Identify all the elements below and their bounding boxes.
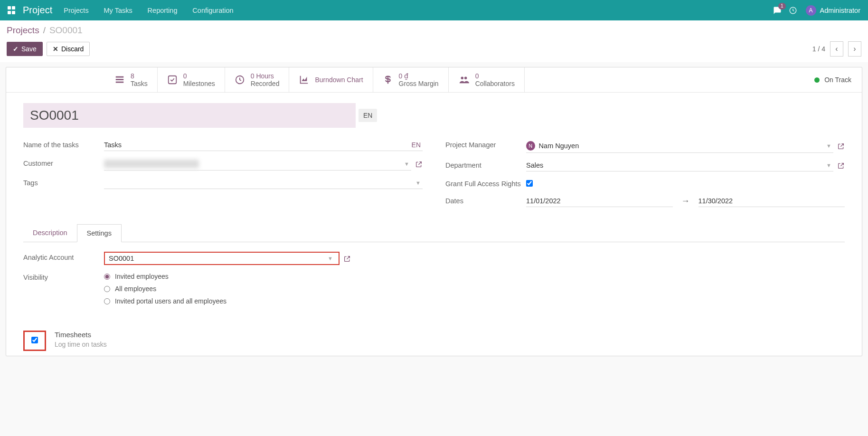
tasks-icon: [114, 75, 125, 85]
timesheets-checkbox-highlight: [23, 331, 46, 351]
visibility-option-invited[interactable]: Invited employees: [104, 273, 226, 280]
stat-burndown[interactable]: Burndown Chart: [289, 67, 373, 92]
project-manager-field[interactable]: N ▼: [526, 139, 833, 153]
check-icon: [13, 45, 19, 53]
chevron-down-icon[interactable]: ▼: [326, 256, 335, 261]
stat-collaborators[interactable]: 0Collaborators: [449, 67, 525, 92]
apps-icon[interactable]: [8, 6, 16, 15]
tab-description[interactable]: Description: [23, 224, 77, 242]
visibility-options: Invited employees All employees Invited …: [104, 272, 226, 305]
date-to-field[interactable]: [698, 195, 845, 207]
chevron-down-icon[interactable]: ▼: [402, 161, 411, 167]
visibility-option-all[interactable]: All employees: [104, 285, 226, 293]
main-nav: Projects My Tasks Reporting Configuratio…: [64, 7, 246, 14]
form-sheet: 8Tasks 0Milestones 0 HoursRecorded Burnd…: [6, 67, 862, 356]
lang-chip[interactable]: EN: [359, 109, 377, 122]
user-name[interactable]: Administrator: [820, 7, 860, 14]
tab-settings[interactable]: Settings: [77, 224, 122, 242]
stat-milestones[interactable]: 0Milestones: [158, 67, 225, 92]
timesheets-title: Timesheets: [55, 331, 107, 339]
svg-rect-1: [116, 76, 124, 78]
chevron-down-icon[interactable]: ▼: [414, 180, 423, 186]
svg-rect-2: [116, 79, 124, 80]
discard-button[interactable]: Discard: [47, 42, 90, 56]
timesheets-subtitle: Log time on tasks: [55, 341, 107, 348]
breadcrumb-current: SO0001: [49, 25, 83, 36]
label-analytic: Analytic Account: [23, 252, 104, 261]
nav-configuration[interactable]: Configuration: [192, 7, 233, 14]
nav-projects[interactable]: Projects: [64, 7, 88, 14]
check-circle-icon: [167, 75, 178, 85]
chevron-down-icon[interactable]: ▼: [824, 162, 833, 168]
svg-point-7: [464, 77, 467, 80]
stat-tasks[interactable]: 8Tasks: [105, 67, 158, 92]
breadcrumb-sep: /: [43, 25, 46, 36]
user-avatar[interactable]: A: [806, 5, 816, 16]
project-status[interactable]: On Track: [804, 67, 862, 92]
pager: 1 / 4 ‹ ›: [812, 41, 861, 57]
customer-field[interactable]: ▼: [104, 158, 411, 171]
pager-prev-button[interactable]: ‹: [830, 41, 843, 57]
notebook-tabs: Description Settings: [23, 224, 845, 242]
svg-point-6: [461, 77, 463, 80]
breadcrumb: Projects / SO0001: [7, 25, 861, 36]
stat-buttons: 8Tasks 0Milestones 0 HoursRecorded Burnd…: [6, 67, 862, 93]
tags-field[interactable]: ▼: [104, 177, 423, 189]
external-link-icon[interactable]: [837, 161, 845, 170]
date-from-field[interactable]: [526, 195, 673, 207]
activities-icon[interactable]: [789, 6, 797, 14]
label-tags: Tags: [23, 177, 104, 187]
label-department: Department: [445, 160, 526, 169]
clock-icon: [235, 75, 245, 85]
label-visibility: Visibility: [23, 272, 104, 281]
timesheets-option: Timesheets Log time on tasks: [23, 331, 845, 351]
project-name-input[interactable]: [23, 103, 356, 128]
svg-rect-4: [169, 76, 177, 84]
label-tasks-name: Name of the tasks: [23, 139, 104, 149]
breadcrumb-root[interactable]: Projects: [7, 25, 39, 36]
pager-next-button[interactable]: ›: [848, 41, 861, 57]
label-pm: Project Manager: [445, 139, 526, 149]
label-access: Grant Full Access Rights: [445, 178, 526, 188]
chart-icon: [299, 75, 309, 85]
label-customer: Customer: [23, 158, 104, 167]
nav-reporting[interactable]: Reporting: [148, 7, 178, 14]
dollar-icon: [383, 75, 393, 85]
tasks-name-field[interactable]: EN: [104, 139, 423, 151]
external-link-icon[interactable]: [415, 160, 423, 168]
chevron-down-icon[interactable]: ▼: [824, 143, 833, 149]
status-dot-icon: [814, 77, 820, 83]
close-icon: [53, 45, 58, 53]
messages-icon[interactable]: 1: [773, 6, 782, 14]
save-button[interactable]: Save: [7, 42, 43, 56]
analytic-account-field[interactable]: ▼: [104, 252, 340, 265]
users-icon: [458, 75, 470, 85]
top-navbar: Project Projects My Tasks Reporting Conf…: [0, 0, 868, 20]
svg-rect-3: [116, 82, 124, 83]
pager-text[interactable]: 1 / 4: [812, 45, 825, 53]
control-panel: Projects / SO0001 Save Discard 1 / 4 ‹ ›: [0, 20, 868, 62]
stat-margin[interactable]: 0 ₫Gross Margin: [373, 67, 449, 92]
messages-badge: 1: [778, 3, 786, 9]
app-brand[interactable]: Project: [23, 5, 52, 16]
stat-hours[interactable]: 0 HoursRecorded: [225, 67, 290, 92]
department-field[interactable]: ▼: [526, 160, 833, 171]
timesheets-checkbox[interactable]: [31, 337, 38, 343]
access-field: [526, 178, 845, 189]
label-dates: Dates: [445, 195, 526, 205]
external-link-icon[interactable]: [343, 254, 351, 262]
access-checkbox[interactable]: [526, 180, 533, 187]
arrow-right-icon: →: [673, 196, 698, 206]
pm-avatar: N: [526, 141, 535, 151]
visibility-option-portal[interactable]: Invited portal users and all employees: [104, 297, 226, 305]
external-link-icon[interactable]: [837, 142, 845, 150]
nav-my-tasks[interactable]: My Tasks: [104, 7, 132, 14]
